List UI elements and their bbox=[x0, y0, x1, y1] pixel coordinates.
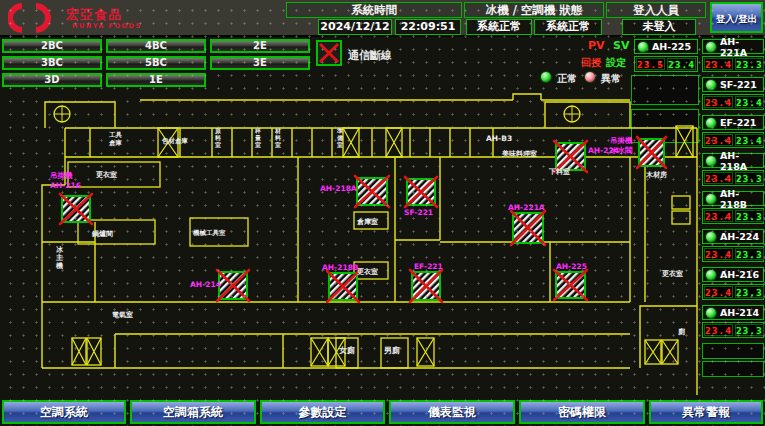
unit-name: AH-221A bbox=[720, 36, 763, 58]
stair-x-icon bbox=[676, 126, 693, 157]
equipment-label: AH-218A bbox=[320, 184, 357, 193]
sv-value: 23.3 bbox=[735, 210, 764, 222]
unit-status-led-icon bbox=[705, 117, 717, 129]
nav-button-3[interactable]: 儀表監視 bbox=[389, 400, 515, 424]
room-label: 美味料理室 bbox=[501, 149, 537, 158]
unit-button-ah-224[interactable]: AH-224 bbox=[702, 229, 764, 244]
unit-button-ah-216[interactable]: AH-216 bbox=[702, 267, 764, 282]
machine-status-label: 冰機 / 空調機 狀態 bbox=[464, 2, 604, 18]
pv-value: 23.4 bbox=[704, 96, 733, 108]
sv-value: 23.3 bbox=[735, 324, 764, 336]
stair-x-icon bbox=[662, 340, 678, 364]
equipment-label: AH-218B bbox=[322, 263, 359, 272]
nav-button-4[interactable]: 密碼權限 bbox=[519, 400, 645, 424]
sv-value: 23.4 bbox=[667, 58, 696, 70]
room-label: 機械工具室 bbox=[192, 229, 226, 237]
unit-name: AH-225 bbox=[652, 41, 691, 52]
system-time-value: 22:09:51 bbox=[395, 19, 461, 35]
unit-button-sf-221[interactable]: SF-221 bbox=[702, 77, 764, 92]
unit-button-ah-214[interactable]: AH-214 bbox=[702, 305, 764, 320]
abnormal-led-icon bbox=[584, 71, 596, 83]
floor-button-2e[interactable]: 2E bbox=[210, 39, 310, 53]
wall bbox=[513, 94, 541, 100]
nav-button-5[interactable]: 異常警報 bbox=[649, 400, 763, 424]
room-label: 倉庫室 bbox=[356, 217, 378, 226]
unit-name: SF-221 bbox=[720, 79, 757, 90]
room-label: AH-B3 bbox=[486, 134, 512, 143]
unit-button-ah-221a[interactable]: AH-221A bbox=[702, 39, 764, 54]
unit-status-led-icon bbox=[705, 307, 717, 319]
floor-button-4bc[interactable]: 4BC bbox=[106, 39, 206, 53]
room-label: 更衣室 bbox=[661, 269, 683, 278]
ahu-status-value: 系統正常 bbox=[534, 19, 602, 35]
system-date-value: 2024/12/12 bbox=[318, 19, 392, 35]
pv-value: 23.4 bbox=[704, 134, 733, 146]
unit-status-led-icon bbox=[637, 41, 649, 53]
unit-values-ah-218b: 23.423.3 bbox=[702, 208, 764, 224]
equipment-label: AH-216 bbox=[50, 181, 81, 190]
unit-name: AH-224 bbox=[720, 231, 759, 242]
room-label: 下料室 bbox=[548, 167, 570, 176]
unit-name: EF-221 bbox=[720, 117, 756, 128]
stair-x-icon bbox=[343, 128, 359, 157]
floor-button-1e[interactable]: 1E bbox=[106, 73, 206, 87]
sv-value: 23.3 bbox=[735, 248, 764, 260]
empty-slot bbox=[702, 361, 764, 377]
unit-button-ah-218a[interactable]: AH-218A bbox=[702, 153, 764, 168]
abnormal-label: 異常 bbox=[601, 72, 621, 86]
nav-button-0[interactable]: 空調系統 bbox=[2, 400, 126, 424]
pv-value: 23.4 bbox=[704, 58, 733, 70]
unit-button-ah-218b[interactable]: AH-218B bbox=[702, 191, 764, 206]
unit-status-led-icon bbox=[705, 155, 717, 167]
sv-value: 23.3 bbox=[735, 172, 764, 184]
unit-values-ef-221: 23.423.4 bbox=[702, 132, 764, 148]
empty-slot bbox=[702, 343, 764, 359]
floor-button-3d[interactable]: 3D bbox=[2, 73, 102, 87]
sv-value: 23.3 bbox=[735, 286, 764, 298]
wall bbox=[545, 102, 630, 128]
normal-label: 正常 bbox=[557, 72, 577, 86]
pv-value: 23.4 bbox=[704, 324, 733, 336]
equipment-label: 吊掛機 bbox=[610, 136, 633, 145]
floor-button-3bc[interactable]: 3BC bbox=[2, 56, 102, 70]
pv-value: 23.4 bbox=[704, 248, 733, 260]
unit-status-led-icon bbox=[705, 231, 717, 243]
room-label: 冰主機 bbox=[55, 246, 64, 270]
room-label: 木材房 bbox=[645, 170, 667, 179]
floor-button-2bc[interactable]: 2BC bbox=[2, 39, 102, 53]
chiller-status-value: 系統正常 bbox=[466, 19, 532, 35]
unit-button-ef-221[interactable]: EF-221 bbox=[702, 115, 764, 130]
pv-row-label: 回授 bbox=[581, 56, 601, 70]
unit-name: AH-218B bbox=[720, 188, 763, 210]
header-bar: 宏亞食品 HUNYA FOODS 系統時間 2024/12/12 22:09:5… bbox=[0, 0, 765, 37]
login-logout-button[interactable]: 登入/登出 bbox=[710, 2, 763, 33]
stair-x-icon bbox=[645, 340, 661, 364]
stair-x-icon bbox=[87, 338, 101, 365]
equipment-label: AH-214 bbox=[190, 280, 221, 289]
sv-value: 23.4 bbox=[735, 134, 764, 146]
pv-value: 23.4 bbox=[704, 210, 733, 222]
floorplan: 工具倉庫包材倉庫原料室秤量室材料室準備室AH-B3美味料理室下料室木材房更衣室冰… bbox=[0, 90, 705, 400]
equipment-label: 吊掛機 bbox=[50, 171, 73, 180]
comm-fail-label: 通信斷線 bbox=[348, 48, 392, 63]
stair-x-icon bbox=[386, 128, 402, 157]
room-label: 女廁 bbox=[338, 345, 355, 355]
room-label: 男廁 bbox=[383, 345, 400, 355]
login-user-label: 登入人員 bbox=[606, 2, 706, 18]
sv-header: SV bbox=[613, 39, 629, 52]
equipment-label: AH-225 bbox=[556, 262, 587, 271]
normal-led-icon bbox=[540, 71, 552, 83]
room-label: 更衣室 bbox=[356, 267, 378, 276]
unit-values-ah-225: 23.523.4 bbox=[634, 56, 698, 72]
room-outline bbox=[672, 211, 690, 224]
floor-button-5bc[interactable]: 5BC bbox=[106, 56, 206, 70]
nav-button-2[interactable]: 參數設定 bbox=[260, 400, 385, 424]
room-label: 更衣室 bbox=[95, 170, 117, 179]
nav-button-1[interactable]: 空調箱系統 bbox=[130, 400, 256, 424]
unit-values-sf-221: 23.423.4 bbox=[702, 94, 764, 110]
floor-button-3e[interactable]: 3E bbox=[210, 56, 310, 70]
unit-button-ah-225[interactable]: AH-225 bbox=[634, 39, 698, 54]
sv-row-label: 設定 bbox=[606, 56, 626, 70]
pv-value: 23.5 bbox=[636, 58, 665, 70]
stair-x-icon bbox=[311, 338, 328, 366]
